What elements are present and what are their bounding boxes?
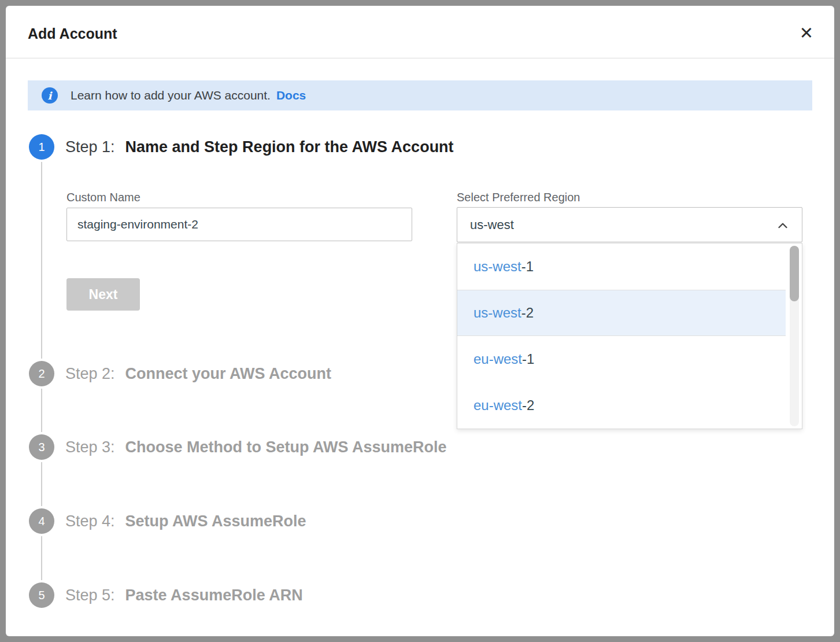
region-option-eu-west-1[interactable]: eu-west-1 <box>457 336 786 382</box>
step-2-heading: Step 2:Connect your AWS Account <box>65 362 331 385</box>
header-divider <box>6 58 834 58</box>
step-5-heading: Step 5:Paste AssumeRole ARN <box>65 584 303 607</box>
step-3-indicator: 3 <box>29 434 54 460</box>
region-dropdown: us-west-1 us-west-2 eu-west-1 eu-west-2 <box>457 243 802 429</box>
step-2-indicator: 2 <box>29 361 54 386</box>
step-5-indicator: 5 <box>29 582 54 608</box>
step-3-heading: Step 3:Choose Method to Setup AWS Assume… <box>65 436 447 459</box>
chevron-up-icon <box>775 218 790 237</box>
step-2-label: Step 2: <box>65 365 115 382</box>
step-5-title: Paste AssumeRole ARN <box>125 586 303 604</box>
custom-name-input[interactable] <box>66 208 412 241</box>
region-label: Select Preferred Region <box>457 190 580 205</box>
banner-text: Learn how to add your AWS account. <box>71 88 271 102</box>
step-3-title: Choose Method to Setup AWS AssumeRole <box>125 438 447 456</box>
step-4-label: Step 4: <box>65 512 115 530</box>
dropdown-scrollbar-thumb[interactable] <box>790 246 799 301</box>
info-icon: i <box>42 87 58 104</box>
step-connector-2 <box>41 389 42 432</box>
step-4-title: Setup AWS AssumeRole <box>125 512 306 530</box>
screen-background: Add Account ✕ i Learn how to add your AW… <box>0 0 840 642</box>
custom-name-label: Custom Name <box>66 190 140 205</box>
step-connector-3 <box>41 462 42 506</box>
next-button[interactable]: Next <box>66 278 140 311</box>
step-1-indicator: 1 <box>29 134 54 160</box>
region-select[interactable]: us-west <box>457 207 802 242</box>
close-icon[interactable]: ✕ <box>794 20 819 46</box>
dialog-title: Add Account <box>28 22 117 45</box>
step-1-title: Name and Step Region for the AWS Account <box>125 138 454 156</box>
region-option-eu-west-2[interactable]: eu-west-2 <box>457 382 786 429</box>
step-4-indicator: 4 <box>29 508 54 534</box>
step-1-label: Step 1: <box>65 138 115 156</box>
step-1-heading: Step 1:Name and Step Region for the AWS … <box>65 135 454 158</box>
step-connector-4 <box>41 536 42 580</box>
step-2-title: Connect your AWS Account <box>125 365 332 382</box>
step-3-label: Step 3: <box>65 438 115 456</box>
region-option-us-west-1[interactable]: us-west-1 <box>457 243 786 290</box>
info-banner: i Learn how to add your AWS account. Doc… <box>28 80 812 110</box>
dropdown-scrollbar-track[interactable] <box>790 246 799 426</box>
region-select-value: us-west <box>470 217 514 233</box>
step-connector-1 <box>41 162 42 359</box>
region-option-us-west-2[interactable]: us-west-2 <box>457 290 786 336</box>
step-4-heading: Step 4:Setup AWS AssumeRole <box>65 510 306 533</box>
step-5-label: Step 5: <box>65 586 115 604</box>
add-account-dialog: Add Account ✕ i Learn how to add your AW… <box>6 6 834 636</box>
docs-link[interactable]: Docs <box>276 88 306 102</box>
